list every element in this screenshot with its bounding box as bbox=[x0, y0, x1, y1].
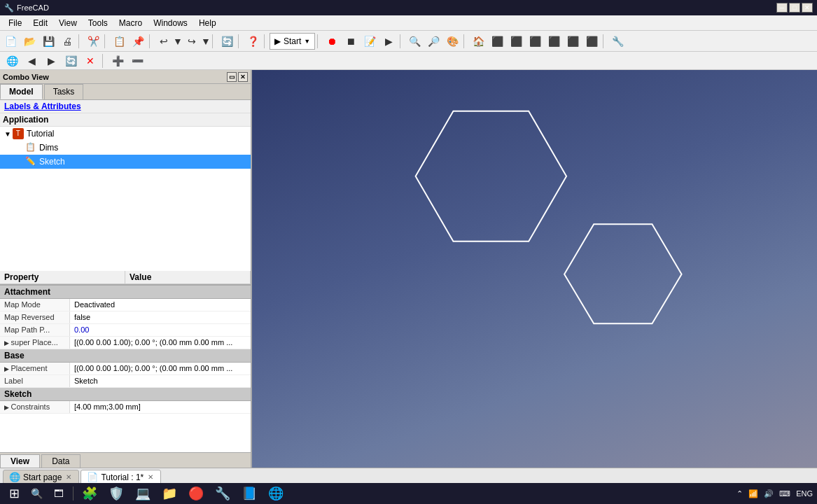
combo-close-button[interactable]: ✕ bbox=[238, 72, 248, 82]
menu-edit[interactable]: Edit bbox=[27, 17, 53, 29]
taskbar-chevron-up[interactable]: ⌃ bbox=[736, 489, 743, 498]
prop-super-place-label[interactable]: super Place... bbox=[0, 337, 70, 349]
combo-restore-button[interactable]: ▭ bbox=[227, 72, 237, 82]
vtab-tutorial-close[interactable]: ✕ bbox=[146, 473, 155, 482]
front-view-button[interactable]: ⬛ bbox=[488, 33, 506, 50]
left-view-button[interactable]: ⬛ bbox=[564, 33, 582, 50]
top-view-button[interactable]: ⬛ bbox=[507, 33, 525, 50]
globe-icon[interactable]: 🌐 bbox=[3, 52, 21, 69]
taskbar-right: ⌃ 📶 🔊 ⌨ ENG bbox=[736, 489, 813, 498]
home-view-button[interactable]: 🏠 bbox=[469, 33, 487, 50]
main-toolbar: 📄 📂 💾 🖨 ✂️ 📋 📌 ↩ ▼ ↪ ▼ 🔄 ❓ ▶ Start ▼ ⏺ ⏹… bbox=[0, 31, 817, 52]
taskbar-app-5[interactable]: 🔴 bbox=[184, 484, 208, 503]
title-text: FreeCAD bbox=[17, 4, 49, 12]
macro-edit-button[interactable]: 📝 bbox=[361, 33, 379, 50]
menu-macro[interactable]: Macro bbox=[113, 17, 148, 29]
prop-map-path-label: Map Path P... bbox=[0, 324, 70, 336]
taskbar-app-freecad[interactable]: 🔧 bbox=[211, 484, 235, 503]
close-button[interactable]: ✕ bbox=[802, 3, 813, 13]
forward-button[interactable]: ▶ bbox=[42, 52, 60, 69]
hexagon-small bbox=[564, 224, 681, 323]
menu-help[interactable]: Help bbox=[193, 17, 222, 29]
remove-bookmark-button[interactable]: ➖ bbox=[128, 52, 146, 69]
menu-view[interactable]: View bbox=[53, 17, 83, 29]
dims-icon: 📋 bbox=[25, 142, 36, 153]
maximize-button[interactable]: □ bbox=[789, 3, 800, 13]
application-section: Application bbox=[0, 113, 251, 127]
viewport[interactable] bbox=[252, 70, 817, 468]
prop-row-placement: Placement [(0.00 0.00 1.00); 0.00 °; (0.… bbox=[0, 363, 251, 375]
taskbar-app-2[interactable]: 🛡️ bbox=[104, 484, 128, 503]
menu-windows[interactable]: Windows bbox=[148, 17, 193, 29]
tree-item-tutorial[interactable]: ▼ T Tutorial bbox=[0, 127, 251, 141]
nav-refresh-button[interactable]: 🔄 bbox=[62, 52, 80, 69]
bottom-view-button[interactable]: ⬛ bbox=[582, 33, 601, 50]
nav-cube-button[interactable]: 🔧 bbox=[608, 33, 627, 50]
menu-file[interactable]: File bbox=[3, 17, 27, 29]
titlebar: 🔧 FreeCAD ─ □ ✕ bbox=[0, 0, 817, 15]
prop-placement-val[interactable]: [(0.00 0.00 1.00); 0.00 °; (0.00 mm 0.00… bbox=[70, 363, 251, 374]
undo-dropdown[interactable]: ▼ bbox=[174, 33, 182, 50]
prop-label-val[interactable]: Sketch bbox=[70, 375, 251, 387]
prop-constraints-label[interactable]: Constraints bbox=[0, 401, 70, 413]
save-button[interactable]: 💾 bbox=[39, 33, 57, 50]
run-button[interactable]: ▶ bbox=[379, 33, 398, 50]
save-as-button[interactable]: 🖨 bbox=[58, 33, 76, 50]
prop-map-path-val[interactable]: 0.00 bbox=[70, 324, 251, 336]
btab-view[interactable]: View bbox=[0, 454, 40, 468]
nav-stop-button[interactable]: ✕ bbox=[81, 52, 99, 69]
fit-all-button[interactable]: 🔍 bbox=[405, 33, 424, 50]
minimize-button[interactable]: ─ bbox=[776, 3, 788, 13]
taskbar-app-browser[interactable]: 🌐 bbox=[264, 484, 288, 503]
undo-button[interactable]: ↩ bbox=[155, 33, 173, 50]
tree-item-dims[interactable]: ▶ 📋 Dims bbox=[0, 141, 251, 155]
rear-view-button[interactable]: ⬛ bbox=[545, 33, 563, 50]
btab-data[interactable]: Data bbox=[41, 454, 80, 468]
vtab-tutorial[interactable]: 📄 Tutorial : 1* ✕ bbox=[81, 470, 161, 484]
redo-dropdown[interactable]: ▼ bbox=[202, 33, 210, 50]
hexagon-large bbox=[416, 111, 566, 241]
search-button[interactable]: 🔍 bbox=[27, 484, 46, 503]
vtab-start[interactable]: 🌐 Start page ✕ bbox=[3, 470, 79, 484]
back-button[interactable]: ◀ bbox=[22, 52, 41, 69]
taskbar-app-word[interactable]: 📘 bbox=[237, 484, 261, 503]
tree-arrow-tutorial[interactable]: ▼ bbox=[4, 130, 11, 138]
start-page-icon: 🌐 bbox=[9, 472, 20, 482]
toolbar-sep6 bbox=[264, 34, 267, 48]
prop-row-map-reversed: Map Reversed false bbox=[0, 312, 251, 324]
taskbar-app-4[interactable]: 📁 bbox=[158, 484, 181, 503]
task-view-button[interactable]: 🗔 bbox=[49, 484, 69, 503]
open-button[interactable]: 📂 bbox=[20, 33, 39, 50]
workbench-dropdown[interactable]: ▶ Start ▼ bbox=[270, 33, 315, 50]
prop-placement-label[interactable]: Placement bbox=[0, 363, 70, 374]
tree-item-sketch[interactable]: ▶ ✏️ Sketch bbox=[0, 155, 251, 169]
stop-button[interactable]: ⏹ bbox=[342, 33, 360, 50]
help-button[interactable]: ❓ bbox=[244, 33, 262, 50]
paste-button[interactable]: 📌 bbox=[129, 33, 147, 50]
taskbar-app-3[interactable]: 💻 bbox=[131, 484, 155, 503]
taskbar: ⊞ 🔍 🗔 🧩 🛡️ 💻 📁 🔴 🔧 📘 🌐 ⌃ 📶 🔊 ⌨ ENG bbox=[0, 483, 817, 504]
right-view-button[interactable]: ⬛ bbox=[526, 33, 544, 50]
cut-button[interactable]: ✂️ bbox=[84, 33, 102, 50]
fit-selection-button[interactable]: 🔎 bbox=[424, 33, 442, 50]
refresh-button[interactable]: 🔄 bbox=[218, 33, 236, 50]
draw-style-button[interactable]: 🎨 bbox=[443, 33, 461, 50]
tree-area[interactable]: ▼ T Tutorial ▶ 📋 Dims ▶ ✏️ Sketch bbox=[0, 127, 251, 271]
prop-constraints-val[interactable]: [4.00 mm;3.00 mm] bbox=[70, 401, 251, 413]
taskbar-app-1[interactable]: 🧩 bbox=[78, 484, 102, 503]
start-button[interactable]: ⊞ bbox=[4, 484, 24, 503]
record-button[interactable]: ⏺ bbox=[323, 33, 341, 50]
vtab-start-close[interactable]: ✕ bbox=[64, 473, 73, 482]
val-col-header: Value bbox=[125, 271, 251, 284]
new-button[interactable]: 📄 bbox=[1, 33, 20, 50]
prop-super-place-val[interactable]: [(0.00 0.00 1.00); 0.00 °; (0.00 mm 0.00… bbox=[70, 337, 251, 349]
labels-attributes-link[interactable]: Labels & Attributes bbox=[0, 100, 251, 113]
redo-button[interactable]: ↪ bbox=[183, 33, 201, 50]
add-bookmark-button[interactable]: ➕ bbox=[109, 52, 127, 69]
copy-button[interactable]: 📋 bbox=[110, 33, 128, 50]
tab-model[interactable]: Model bbox=[0, 84, 43, 99]
menu-tools[interactable]: Tools bbox=[83, 17, 113, 29]
prop-map-mode-val[interactable]: Deactivated bbox=[70, 299, 251, 311]
prop-map-reversed-val[interactable]: false bbox=[70, 312, 251, 323]
tab-tasks[interactable]: Tasks bbox=[44, 84, 84, 99]
